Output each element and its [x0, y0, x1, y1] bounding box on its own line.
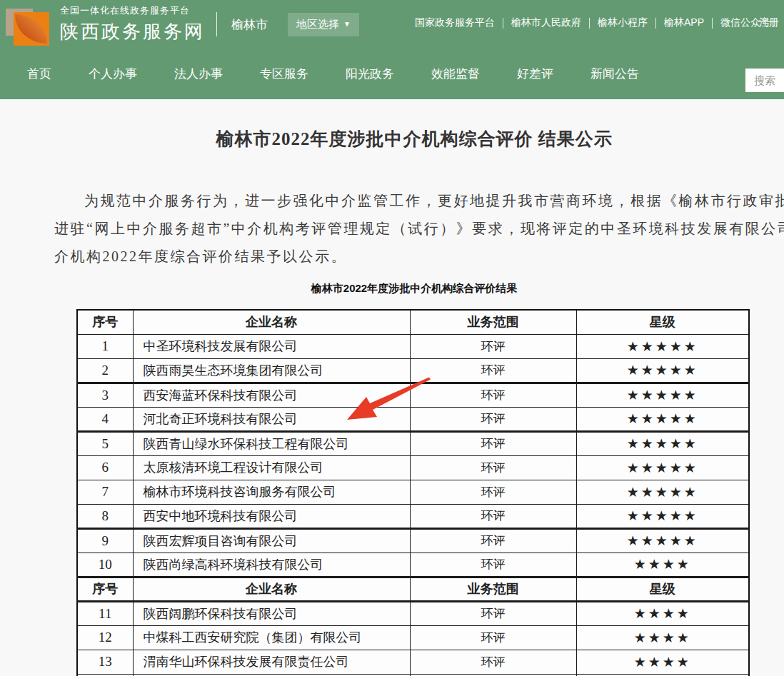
- page-title: 榆林市2022年度涉批中介机构综合评价 结果公示: [0, 99, 784, 148]
- cell-star-rating: ★★★★★: [576, 431, 749, 455]
- header-links: 国家政务服务平台 榆林市人民政府 榆林小程序 榆林APP 微信公众号: [407, 16, 778, 29]
- site-title-block: 全国一体化在线政务服务平台 陕西政务服务网: [60, 4, 205, 44]
- cell-scope: 环评: [410, 358, 576, 383]
- paragraph-line: 为规范中介服务行为，进一步强化中介监管工作，更好地提升我市营商环境，根据《榆林市…: [54, 187, 784, 215]
- announcement-paragraph: 为规范中介服务行为，进一步强化中介监管工作，更好地提升我市营商环境，根据《榆林市…: [54, 187, 784, 271]
- header-top-row: 全国一体化在线政务服务平台 陕西政务服务网 榆林市 地区选择 ▼ 国家政务服务平…: [0, 0, 784, 49]
- cell-star-rating: ★★★★★: [576, 528, 749, 553]
- nav-item-rating[interactable]: 好差评: [517, 66, 553, 82]
- header-cell-name: 企业名称: [133, 577, 410, 601]
- cell-company-name: 陕西青山绿水环保科技工程有限公司: [133, 431, 410, 455]
- nav-item-news[interactable]: 新闻公告: [590, 66, 639, 82]
- table-row: 6 太原核清环境工程设计有限公司 环评 ★★★★★: [77, 455, 749, 480]
- cell-no: 12: [77, 625, 133, 650]
- table-row: 4 河北奇正环境科技有限公司 环评 ★★★★★: [77, 407, 749, 431]
- site-logo[interactable]: [6, 2, 51, 46]
- table-row: 11 陕西阔鹏环保科技有限公司 环评 ★★★★: [77, 601, 749, 625]
- cell-company-name: 陕西雨昊生态环境集团有限公司: [133, 358, 410, 383]
- nav-item-sunshine[interactable]: 阳光政务: [346, 66, 394, 82]
- cell-no: 11: [77, 601, 133, 625]
- nav-item-supervision[interactable]: 效能监督: [431, 66, 480, 82]
- cell-star-rating: ★★★★★: [576, 358, 749, 383]
- cell-star-rating: ★★★★★: [576, 480, 749, 504]
- evaluation-table: 序号 企业名称 业务范围 星级 1 中圣环境科技发展有限公司 环评 ★★★★★ …: [76, 309, 750, 676]
- cell-company-name: 中煤科工西安研究院（集团）有限公司: [133, 625, 410, 650]
- cell-company-name: 西安中地环境科技有限公司: [133, 504, 410, 528]
- cell-company-name: 中圣环境科技发展有限公司: [133, 334, 410, 358]
- cell-no: 10: [77, 553, 133, 577]
- cell-scope: 环评: [410, 383, 576, 407]
- table-row: 7 榆林市环境科技咨询服务有限公司 环评 ★★★★★: [77, 480, 749, 504]
- cell-no: 9: [77, 528, 133, 553]
- table-header-row: 序号 企业名称 业务范围 星级: [77, 310, 749, 334]
- cell-star-rating: ★★★★: [576, 625, 749, 650]
- header-cell-scope: 业务范围: [410, 577, 576, 601]
- table-row: 5 陕西青山绿水环保科技工程有限公司 环评 ★★★★★: [77, 431, 749, 455]
- cell-no: 13: [77, 650, 133, 674]
- cell-no: 2: [77, 358, 133, 383]
- register-link[interactable]: 注册: [759, 16, 779, 29]
- cell-company-name: 西安海蓝环保科技有限公司: [133, 383, 410, 407]
- search-input[interactable]: [745, 69, 784, 92]
- cell-company-name: 太原核清环境工程设计有限公司: [133, 455, 410, 480]
- cell-no: 7: [77, 480, 133, 504]
- cell-scope: 环评: [410, 504, 576, 528]
- cell-no: 1: [77, 334, 133, 358]
- cell-scope: 环评: [410, 407, 576, 431]
- region-selector-button[interactable]: 地区选择 ▼: [288, 13, 359, 36]
- cell-scope: 环评: [410, 455, 576, 480]
- link-city-app[interactable]: 榆林APP: [656, 16, 712, 29]
- cell-scope: 环评: [410, 480, 576, 504]
- header-cell-no: 序号: [77, 577, 133, 601]
- nav-item-home[interactable]: 首页: [27, 66, 51, 82]
- table-row: 10 陕西尚绿高科环境科技有限公司 环评 ★★★★: [77, 553, 749, 577]
- site-header: 全国一体化在线政务服务平台 陕西政务服务网 榆林市 地区选择 ▼ 国家政务服务平…: [0, 0, 784, 99]
- cell-scope: 环评: [410, 553, 576, 577]
- table-row: 12 中煤科工西安研究院（集团）有限公司 环评 ★★★★: [77, 625, 749, 650]
- header-cell-no: 序号: [77, 310, 133, 334]
- article-content: 榆林市2022年度涉批中介机构综合评价 结果公示 为规范中介服务行为，进一步强化…: [0, 99, 784, 676]
- cell-company-name: 陕西尚绿高科环境科技有限公司: [133, 553, 410, 577]
- cell-scope: 环评: [410, 625, 576, 650]
- header-cell-stars: 星级: [576, 577, 749, 601]
- region-selector-label: 地区选择: [296, 18, 339, 31]
- cell-company-name: 榆林市环境科技咨询服务有限公司: [133, 480, 410, 504]
- table-row: 1 中圣环境科技发展有限公司 环评 ★★★★★: [77, 334, 749, 358]
- table-row: 3 西安海蓝环保科技有限公司 环评 ★★★★★: [77, 383, 749, 407]
- table-row: 2 陕西雨昊生态环境集团有限公司 环评 ★★★★★: [77, 358, 749, 383]
- cell-company-name: 河北奇正环境科技有限公司: [133, 407, 410, 431]
- cell-star-rating: ★★★★: [576, 601, 749, 625]
- header-cell-scope: 业务范围: [410, 310, 576, 334]
- cell-no: 8: [77, 504, 133, 528]
- cell-star-rating: ★★★★★: [576, 407, 749, 431]
- cell-no: 3: [77, 383, 133, 407]
- nav-item-zones[interactable]: 专区服务: [260, 66, 308, 82]
- cell-company-name: 陕西宏辉项目咨询有限公司: [133, 528, 410, 553]
- link-city-government[interactable]: 榆林市人民政府: [503, 16, 589, 29]
- cell-no: 4: [77, 407, 133, 431]
- table-row: 9 陕西宏辉项目咨询有限公司 环评 ★★★★★: [77, 528, 749, 553]
- nav-item-legal[interactable]: 法人办事: [174, 66, 223, 82]
- search-box: [745, 69, 784, 92]
- cell-star-rating: ★★★★: [576, 553, 749, 577]
- table-caption: 榆林市2022年度涉批中介机构综合评价结果: [0, 282, 784, 296]
- link-mini-program[interactable]: 榆林小程序: [590, 16, 655, 29]
- chevron-down-icon: ▼: [343, 21, 351, 28]
- page: 全国一体化在线政务服务平台 陕西政务服务网 榆林市 地区选择 ▼ 国家政务服务平…: [0, 0, 784, 676]
- cell-scope: 环评: [410, 650, 576, 674]
- link-national-platform[interactable]: 国家政务服务平台: [407, 16, 503, 29]
- cell-star-rating: ★★★★★: [576, 383, 749, 407]
- header-cell-name: 企业名称: [133, 310, 410, 334]
- nav-item-personal[interactable]: 个人办事: [89, 66, 137, 82]
- paragraph-line: 进驻“网上中介服务超市”中介机构考评管理规定（试行）》要求，现将评定的中圣环境科…: [54, 215, 784, 243]
- table-header-row: 序号 企业名称 业务范围 星级: [77, 577, 749, 601]
- header-divider: [216, 12, 217, 36]
- table-row: 8 西安中地环境科技有限公司 环评 ★★★★★: [77, 504, 749, 528]
- cell-star-rating: ★★★★: [576, 650, 749, 674]
- cell-company-name: 渭南华山环保科技发展有限责任公司: [133, 650, 410, 674]
- cell-star-rating: ★★★★★: [576, 504, 749, 528]
- cell-scope: 环评: [410, 334, 576, 358]
- cell-star-rating: ★★★★★: [576, 455, 749, 480]
- table-row: 13 渭南华山环保科技发展有限责任公司 环评 ★★★★: [77, 650, 749, 674]
- cell-scope: 环评: [410, 431, 576, 455]
